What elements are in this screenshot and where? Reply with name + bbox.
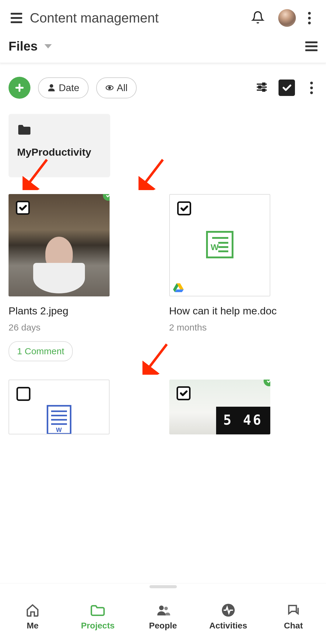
chevron-down-icon[interactable]	[44, 44, 52, 48]
nav-me[interactable]: Me	[0, 583, 65, 644]
file-checkbox[interactable]	[177, 201, 191, 215]
svg-text:W: W	[56, 426, 62, 433]
filter-all-chip[interactable]: All	[96, 77, 137, 98]
file-checkbox[interactable]	[16, 201, 30, 215]
avatar[interactable]	[278, 9, 296, 27]
add-button[interactable]	[9, 77, 30, 99]
file-thumbnail	[9, 194, 110, 296]
notification-icon[interactable]	[251, 10, 265, 26]
file-checkbox[interactable]	[177, 386, 191, 400]
nav-label: People	[149, 621, 177, 631]
file-name: Plants 2.jpeg	[9, 305, 157, 317]
toolbar-more-icon[interactable]	[306, 82, 317, 94]
file-name: How can it help me.doc	[169, 305, 318, 317]
nav-chat[interactable]: Chat	[261, 583, 326, 644]
hamburger-icon[interactable]	[11, 13, 22, 23]
nav-label: Activities	[209, 621, 247, 631]
file-card[interactable]	[169, 380, 318, 434]
svg-point-23	[159, 605, 163, 610]
file-meta: 2 months	[169, 322, 318, 333]
more-menu-icon[interactable]	[303, 12, 315, 24]
list-menu-icon[interactable]	[305, 41, 317, 51]
folder-name: MyProductivity	[17, 146, 102, 158]
status-check-icon	[264, 380, 270, 386]
gdrive-icon	[173, 282, 184, 293]
drag-handle-icon[interactable]	[149, 585, 177, 588]
nav-label: Me	[27, 621, 39, 631]
select-mode-button[interactable]	[279, 80, 295, 96]
svg-rect-5	[263, 83, 265, 85]
nav-people[interactable]: People	[130, 583, 195, 644]
svg-point-24	[164, 607, 168, 610]
file-card[interactable]: Plants 2.jpeg 26 days 1 Comment	[9, 194, 157, 361]
file-card[interactable]: W How can it help me.doc 2 months	[169, 194, 318, 361]
filter-date-label: Date	[59, 82, 79, 94]
nav-activities[interactable]: Activities	[196, 583, 261, 644]
page-title: Content management	[30, 10, 244, 26]
nav-label: Chat	[284, 621, 303, 631]
file-thumbnail: W	[9, 380, 110, 434]
file-checkbox[interactable]	[16, 387, 30, 401]
svg-text:W: W	[211, 242, 219, 252]
nav-projects[interactable]: Projects	[65, 583, 130, 644]
comment-chip[interactable]: 1 Comment	[9, 341, 73, 361]
svg-rect-7	[263, 89, 265, 91]
word-doc-icon: W	[205, 229, 235, 261]
section-dropdown[interactable]: Files	[9, 39, 38, 54]
bottom-nav: Me Projects People Activities Chat	[0, 583, 326, 644]
document-icon: W	[44, 405, 74, 434]
nav-label: Projects	[81, 621, 115, 631]
settings-sliders-icon[interactable]	[256, 82, 268, 94]
filter-all-label: All	[117, 82, 128, 94]
status-check-icon	[103, 194, 110, 201]
file-meta: 26 days	[9, 322, 157, 333]
svg-point-1	[108, 87, 110, 89]
file-card[interactable]: W	[9, 380, 157, 434]
filter-date-chip[interactable]: Date	[38, 77, 89, 98]
file-thumbnail	[169, 380, 270, 434]
file-thumbnail: W	[169, 194, 270, 296]
svg-rect-6	[259, 86, 261, 88]
folder-card[interactable]: MyProductivity	[9, 114, 110, 177]
